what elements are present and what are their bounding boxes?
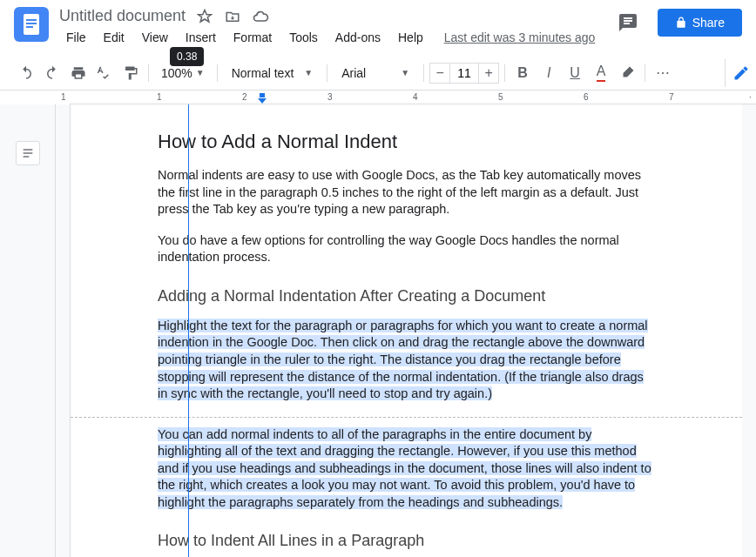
svg-rect-1 (26, 19, 37, 21)
highlight-button[interactable] (615, 61, 639, 85)
more-button[interactable]: ⋯ (651, 61, 675, 85)
menu-insert[interactable]: Insert (179, 27, 223, 48)
chevron-down-icon: ▼ (304, 68, 313, 77)
font-size-input[interactable] (450, 63, 478, 84)
edit-mode-button[interactable] (725, 59, 756, 87)
page-container[interactable]: How to Add a Normal Indent Normal indent… (56, 104, 756, 557)
document-page[interactable]: How to Add a Normal Indent Normal indent… (70, 104, 742, 557)
first-line-indent-marker[interactable] (258, 93, 267, 102)
indent-guide-line (188, 104, 189, 557)
text-color-button[interactable]: A (589, 61, 613, 85)
ruler[interactable]: 1 1 2 3 4 5 6 7 · (70, 91, 756, 104)
font-size-increase[interactable]: + (478, 63, 499, 84)
underline-button[interactable]: U (563, 61, 587, 85)
docs-logo[interactable] (14, 7, 49, 42)
separator (423, 64, 424, 82)
lock-icon (675, 17, 687, 29)
doc-title[interactable]: Untitled document (59, 7, 186, 25)
separator (217, 64, 218, 82)
menu-file[interactable]: File (59, 27, 93, 48)
redo-button[interactable] (40, 61, 64, 85)
chevron-down-icon: ▼ (401, 68, 409, 77)
menu-view[interactable]: View (135, 27, 175, 48)
outline-button[interactable] (16, 141, 40, 165)
svg-rect-4 (260, 93, 265, 97)
separator (327, 64, 327, 82)
heading-1[interactable]: How to Add a Normal Indent (158, 131, 655, 153)
last-edit-link[interactable]: Last edit was 3 minutes ago (444, 30, 596, 44)
italic-button[interactable]: I (537, 61, 561, 85)
paragraph[interactable]: Normal indents are easy to use with Goog… (158, 167, 655, 218)
separator (148, 64, 149, 82)
chevron-down-icon: ▼ (196, 68, 205, 77)
menu-tools[interactable]: Tools (282, 27, 325, 48)
svg-rect-2 (26, 23, 37, 24)
spellcheck-button[interactable] (92, 61, 117, 85)
menu-help[interactable]: Help (391, 27, 430, 48)
paragraph[interactable]: Highlight the text for the paragraph or … (158, 318, 655, 403)
paragraph[interactable]: You can add normal indents to all of the… (158, 426, 655, 512)
indent-tooltip: 0.38 (170, 47, 204, 66)
cloud-icon[interactable] (252, 8, 269, 25)
share-button[interactable]: Share (658, 9, 742, 37)
star-icon[interactable] (196, 8, 213, 25)
bold-button[interactable]: B (510, 61, 535, 85)
paint-format-button[interactable] (118, 61, 143, 85)
undo-button[interactable] (14, 61, 38, 85)
menu-addons[interactable]: Add-ons (328, 27, 388, 48)
page-break (71, 417, 742, 418)
print-button[interactable] (66, 61, 91, 85)
font-size-decrease[interactable]: − (429, 63, 450, 84)
menu-edit[interactable]: Edit (97, 27, 132, 48)
comments-button[interactable] (612, 7, 644, 38)
menu-format[interactable]: Format (226, 27, 279, 48)
heading-2[interactable]: Adding a Normal Indentation After Creati… (158, 287, 655, 305)
font-dropdown[interactable]: Arial▼ (333, 63, 418, 84)
svg-rect-3 (26, 26, 33, 28)
style-dropdown[interactable]: Normal text▼ (223, 63, 321, 84)
separator (645, 64, 645, 82)
share-label: Share (692, 16, 725, 30)
paragraph[interactable]: You do have a few options for controllin… (158, 232, 655, 266)
heading-3[interactable]: How to Indent All Lines in a Paragraph (158, 532, 655, 550)
separator (504, 64, 505, 82)
move-icon[interactable] (224, 8, 241, 25)
